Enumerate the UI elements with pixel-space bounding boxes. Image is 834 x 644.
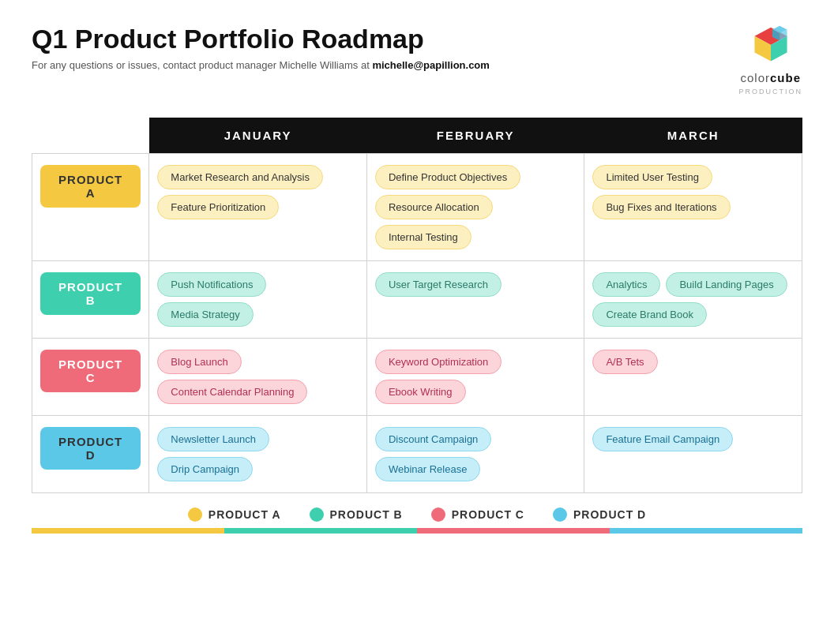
product-c-march: A/B Tets	[584, 339, 802, 416]
product-b-february: User Target Research	[366, 261, 584, 339]
header-left: Q1 Product Portfolio Roadmap For any que…	[32, 24, 490, 71]
task-row: Bug Fixes and Iterations	[592, 195, 794, 219]
task-row: Analytics Build Landing Pages	[592, 272, 794, 297]
task-row: Keyword Optimization	[375, 350, 577, 374]
logo-area: colorcube PRODUCTION	[739, 24, 803, 95]
task-pill: Analytics	[592, 272, 660, 297]
header-january: JANUARY	[149, 118, 367, 154]
task-row: Push Notifications	[157, 272, 359, 297]
product-c-february-tasks: Keyword Optimization Ebook Writing	[375, 350, 577, 404]
page-header: Q1 Product Portfolio Roadmap For any que…	[32, 24, 802, 95]
task-pill: Market Research and Analysis	[157, 165, 323, 189]
product-d-badge: PRODUCT D	[40, 427, 141, 470]
page-title: Q1 Product Portfolio Roadmap	[32, 24, 490, 54]
task-row: Create Brand Book	[592, 302, 794, 327]
task-pill: Newsletter Launch	[157, 427, 269, 451]
task-pill: Build Landing Pages	[666, 272, 787, 297]
task-pill: Create Brand Book	[592, 302, 707, 327]
task-row: Newsletter Launch	[157, 427, 359, 451]
contact-email: michelle@papillion.com	[372, 59, 489, 71]
bar-b	[224, 528, 417, 534]
task-pill: Bug Fixes and Iterations	[592, 195, 730, 219]
product-b-january-tasks: Push Notifications Media Strategy	[157, 272, 359, 327]
legend-product-a: PRODUCT A	[188, 507, 281, 522]
legend-label-a: PRODUCT A	[208, 508, 281, 521]
legend-dot-d	[553, 507, 567, 522]
product-a-february: Define Product Objectives Resource Alloc…	[366, 154, 584, 261]
legend-product-d: PRODUCT D	[553, 507, 646, 522]
task-row: Limited User Testing	[592, 165, 794, 189]
task-pill: Keyword Optimization	[375, 350, 502, 374]
legend-label-b: PRODUCT B	[330, 508, 403, 521]
product-a-label-cell: PRODUCT A	[32, 154, 149, 261]
product-b-march-tasks: Analytics Build Landing Pages Create Bra…	[592, 272, 794, 327]
bottom-color-bar	[32, 528, 802, 534]
legend-dot-b	[310, 507, 324, 522]
product-c-badge: PRODUCT C	[40, 350, 141, 392]
legend: PRODUCT A PRODUCT B PRODUCT C PRODUCT D	[32, 507, 802, 522]
task-row: Feature Prioritization	[157, 195, 359, 219]
product-d-march-tasks: Feature Email Campaign	[592, 427, 794, 451]
task-pill: User Target Research	[375, 272, 502, 297]
bar-c	[417, 528, 610, 534]
task-pill: Limited User Testing	[592, 165, 712, 189]
legend-product-c: PRODUCT C	[431, 507, 524, 522]
product-c-row: PRODUCT C Blog Launch Content Calendar P…	[32, 339, 802, 416]
task-pill: Drip Campaign	[157, 457, 253, 481]
header-empty	[32, 118, 149, 154]
subtitle-text: For any questions or issues, contact pro…	[32, 59, 370, 71]
product-c-january: Blog Launch Content Calendar Planning	[149, 339, 367, 416]
roadmap-table: JANUARY FEBRUARY MARCH PRODUCT A Market …	[32, 118, 802, 493]
logo-icon	[749, 24, 793, 68]
task-pill: Feature Prioritization	[157, 195, 279, 219]
product-b-row: PRODUCT B Push Notifications Media Strat…	[32, 261, 802, 339]
product-c-march-tasks: A/B Tets	[592, 350, 794, 374]
bar-d	[610, 528, 802, 534]
task-pill: Webinar Release	[375, 457, 480, 481]
task-pill: Resource Allocation	[375, 195, 493, 219]
logo-color-text: color	[740, 71, 770, 84]
product-b-february-tasks: User Target Research	[375, 272, 577, 297]
header-march: MARCH	[584, 118, 802, 154]
product-c-january-tasks: Blog Launch Content Calendar Planning	[157, 350, 359, 404]
product-a-badge: PRODUCT A	[40, 165, 141, 208]
legend-dot-c	[431, 507, 445, 522]
product-a-march-tasks: Limited User Testing Bug Fixes and Itera…	[592, 165, 794, 219]
product-d-row: PRODUCT D Newsletter Launch Drip Campaig…	[32, 416, 802, 493]
legend-label-d: PRODUCT D	[573, 508, 646, 521]
product-b-january: Push Notifications Media Strategy	[149, 261, 367, 339]
task-pill: Push Notifications	[157, 272, 266, 297]
subtitle: For any questions or issues, contact pro…	[32, 59, 490, 71]
product-d-february-tasks: Discount Campaign Webinar Release	[375, 427, 577, 481]
task-row: Feature Email Campaign	[592, 427, 794, 451]
task-pill: Discount Campaign	[375, 427, 491, 451]
header-february: FEBRUARY	[366, 118, 584, 154]
task-pill: Ebook Writing	[375, 380, 466, 404]
product-d-march: Feature Email Campaign	[584, 416, 802, 493]
product-c-february: Keyword Optimization Ebook Writing	[366, 339, 584, 416]
task-row: A/B Tets	[592, 350, 794, 374]
logo-cube-text: cube	[770, 71, 801, 84]
product-a-row: PRODUCT A Market Research and Analysis F…	[32, 154, 802, 261]
task-pill: A/B Tets	[592, 350, 657, 374]
task-row: Resource Allocation Internal Testing	[375, 195, 577, 249]
task-pill: Media Strategy	[157, 302, 253, 327]
task-row: Market Research and Analysis	[157, 165, 359, 189]
task-pill: Blog Launch	[157, 350, 241, 374]
task-row: Define Product Objectives	[375, 165, 577, 189]
task-pill: Define Product Objectives	[375, 165, 520, 189]
task-pill: Feature Email Campaign	[592, 427, 733, 451]
task-pill: Internal Testing	[375, 225, 471, 249]
product-b-label-cell: PRODUCT B	[32, 261, 149, 339]
product-b-march: Analytics Build Landing Pages Create Bra…	[584, 261, 802, 339]
bar-a	[32, 528, 224, 534]
product-d-january-tasks: Newsletter Launch Drip Campaign	[157, 427, 359, 481]
task-row: Media Strategy	[157, 302, 359, 327]
product-a-january-tasks: Market Research and Analysis Feature Pri…	[157, 165, 359, 219]
task-row: Drip Campaign	[157, 457, 359, 481]
legend-dot-a	[188, 507, 202, 522]
legend-product-b: PRODUCT B	[310, 507, 403, 522]
legend-label-c: PRODUCT C	[452, 508, 524, 521]
task-row: Blog Launch	[157, 350, 359, 374]
product-a-march: Limited User Testing Bug Fixes and Itera…	[584, 154, 802, 261]
